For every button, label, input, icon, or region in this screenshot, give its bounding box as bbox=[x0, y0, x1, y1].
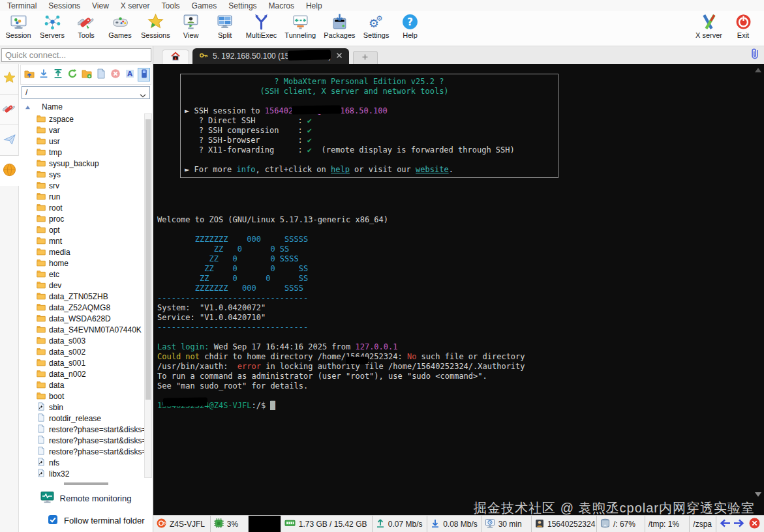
star-button[interactable]: Sessions bbox=[137, 12, 174, 39]
xserver-button[interactable]: X server bbox=[692, 12, 726, 39]
tree-item-opt[interactable]: opt bbox=[19, 224, 153, 235]
session-button[interactable]: Session bbox=[1, 12, 35, 39]
panel-splitter[interactable] bbox=[19, 480, 153, 486]
view-button[interactable]: View bbox=[174, 12, 208, 39]
tree-item-root[interactable]: root bbox=[19, 202, 153, 213]
menu-item-tools[interactable]: Tools bbox=[156, 1, 186, 10]
tree-item-sbin[interactable]: sbin bbox=[19, 402, 153, 413]
tree-scrollbar[interactable] bbox=[144, 113, 152, 478]
menu-item-games[interactable]: Games bbox=[186, 1, 223, 10]
servers-button[interactable]: Servers bbox=[35, 12, 69, 39]
tree-item-usr[interactable]: usr bbox=[19, 136, 153, 147]
go-to-parent-folder-button[interactable] bbox=[23, 68, 35, 81]
tree-item-data-s001[interactable]: data_s001 bbox=[19, 357, 153, 368]
encoding-button[interactable]: A bbox=[123, 68, 136, 81]
tree-item-zspace[interactable]: zspace bbox=[19, 113, 153, 125]
paperclip-icon[interactable] bbox=[749, 48, 761, 61]
sftp-tab[interactable] bbox=[0, 156, 19, 186]
games-button[interactable]: Games bbox=[103, 12, 137, 39]
tree-header[interactable]: Name bbox=[19, 100, 153, 113]
folder-icon bbox=[37, 147, 46, 158]
download-button[interactable] bbox=[37, 68, 50, 81]
scroll-down-arrow-icon[interactable] bbox=[755, 492, 761, 497]
tree-item-run[interactable]: run bbox=[19, 191, 153, 202]
settings-button[interactable]: ⚙⚙Settings bbox=[359, 12, 393, 39]
exit-button[interactable]: Exit bbox=[726, 12, 760, 39]
nav-right-arrow-icon[interactable] bbox=[733, 519, 744, 529]
website-link[interactable]: website bbox=[416, 165, 449, 174]
packages-button[interactable]: Packages bbox=[320, 12, 359, 39]
tools-tab[interactable] bbox=[0, 95, 18, 125]
tree-item-etc[interactable]: etc bbox=[19, 269, 153, 280]
tree-item-data-n002[interactable]: data_n002 bbox=[19, 368, 153, 379]
multiexec-icon bbox=[252, 13, 270, 31]
folder-icon bbox=[37, 391, 46, 402]
upload-button[interactable] bbox=[52, 68, 64, 81]
menu-item-settings[interactable]: Settings bbox=[222, 1, 262, 10]
path-dropdown[interactable]: / bbox=[22, 86, 150, 99]
nav-left-arrow-icon[interactable] bbox=[720, 519, 731, 529]
tree-item-boot[interactable]: boot bbox=[19, 391, 153, 402]
tunneling-button[interactable]: Tunneling bbox=[281, 12, 320, 39]
menu-item-macros[interactable]: Macros bbox=[263, 1, 300, 10]
remote-monitoring-button[interactable]: Remote monitoring bbox=[19, 486, 153, 509]
menu-item-x-server[interactable]: X server bbox=[115, 1, 156, 10]
menu-item-sessions[interactable]: Sessions bbox=[42, 1, 86, 10]
tree-item-data-z52aqmg8[interactable]: data_Z52AQMG8 bbox=[19, 302, 153, 313]
split-button[interactable]: Split bbox=[208, 12, 242, 39]
tree-item-media[interactable]: media bbox=[19, 246, 153, 258]
tree-item-label: dev bbox=[49, 281, 61, 290]
tab-close-icon[interactable] bbox=[336, 52, 343, 61]
toggle-panel-button[interactable] bbox=[138, 68, 150, 81]
tree-item-data-wsda628d[interactable]: data_WSDA628D bbox=[19, 313, 153, 324]
tree-item-libx32[interactable]: libx32 bbox=[19, 468, 153, 479]
tree-item-mnt[interactable]: mnt bbox=[19, 235, 153, 246]
follow-terminal-folder-checkbox[interactable]: Follow terminal folder bbox=[19, 509, 153, 527]
tools-button[interactable]: Tools bbox=[69, 12, 103, 39]
tree-item-home[interactable]: home bbox=[19, 258, 153, 269]
menu-item-terminal[interactable]: Terminal bbox=[1, 1, 42, 10]
new-file-button[interactable] bbox=[95, 68, 107, 81]
tree-item-dev[interactable]: dev bbox=[19, 280, 153, 291]
tree-item-data[interactable]: data bbox=[19, 379, 153, 391]
scroll-up-arrow-icon[interactable] bbox=[755, 68, 761, 72]
terminal-text: error bbox=[237, 362, 261, 371]
sessions-tab[interactable] bbox=[0, 64, 18, 95]
home-tab[interactable] bbox=[162, 50, 189, 64]
help-button[interactable]: ?Help bbox=[393, 12, 427, 39]
help-link[interactable]: help bbox=[331, 165, 350, 174]
terminal-line: ? Direct SSH : ✔ bbox=[185, 116, 554, 126]
tree-item-srv[interactable]: srv bbox=[19, 180, 153, 191]
tree-item-data-s003[interactable]: data_s003 bbox=[19, 335, 153, 346]
tree-item-restore-phase-start-disks[interactable]: restore?phase=start&disks=. bbox=[19, 435, 153, 446]
tree-item-label: data bbox=[49, 381, 64, 390]
tree-item-rootdir-release[interactable]: rootdir_release bbox=[19, 413, 153, 424]
statusbar-close-button[interactable] bbox=[748, 516, 764, 532]
new-folder-button[interactable] bbox=[80, 68, 93, 81]
new-tab-button[interactable] bbox=[353, 51, 378, 64]
tree-item-proc[interactable]: proc bbox=[19, 213, 153, 224]
delete-button[interactable] bbox=[109, 68, 121, 81]
tree-item-sysup-backup[interactable]: sysup_backup bbox=[19, 158, 153, 169]
macros-tab[interactable] bbox=[0, 125, 18, 156]
tree-item-tmp[interactable]: tmp bbox=[19, 147, 153, 158]
sftp-sidebar: A / Name zspacevarusrtmpsysup_backupsyss… bbox=[0, 64, 153, 532]
tree-item-data-s002[interactable]: data_s002 bbox=[19, 346, 153, 357]
tree-item-data-s4evnm0ta07440k[interactable]: data_S4EVNM0TA07440K bbox=[19, 324, 153, 335]
menu-item-view[interactable]: View bbox=[86, 1, 115, 10]
tree-item-var[interactable]: var bbox=[19, 125, 153, 136]
tree-item-sys[interactable]: sys bbox=[19, 169, 153, 180]
multiexec-button[interactable]: MultiExec bbox=[242, 12, 281, 39]
encoding-icon: A bbox=[125, 68, 135, 81]
terminal-area[interactable]: ? MobaXterm Personal Edition v25.2 ? (SS… bbox=[153, 64, 764, 515]
menu-item-help[interactable]: Help bbox=[300, 1, 328, 10]
tree-item-nfs[interactable]: nfs bbox=[19, 457, 153, 468]
tree-item-restore-phase-start-disks[interactable]: restore?phase=start&disks=. bbox=[19, 424, 153, 435]
tree-item-restore-phase-start-disks[interactable]: restore?phase=start&disks=. bbox=[19, 446, 153, 457]
refresh-button[interactable] bbox=[66, 68, 78, 81]
statusbar-cpu: 3% bbox=[211, 516, 249, 532]
quick-connect-input[interactable] bbox=[1, 48, 151, 62]
folder-icon bbox=[37, 214, 46, 224]
sftp-toolbar: A bbox=[20, 65, 151, 85]
tree-item-data-ztn05zhb[interactable]: data_ZTN05ZHB bbox=[19, 291, 153, 302]
